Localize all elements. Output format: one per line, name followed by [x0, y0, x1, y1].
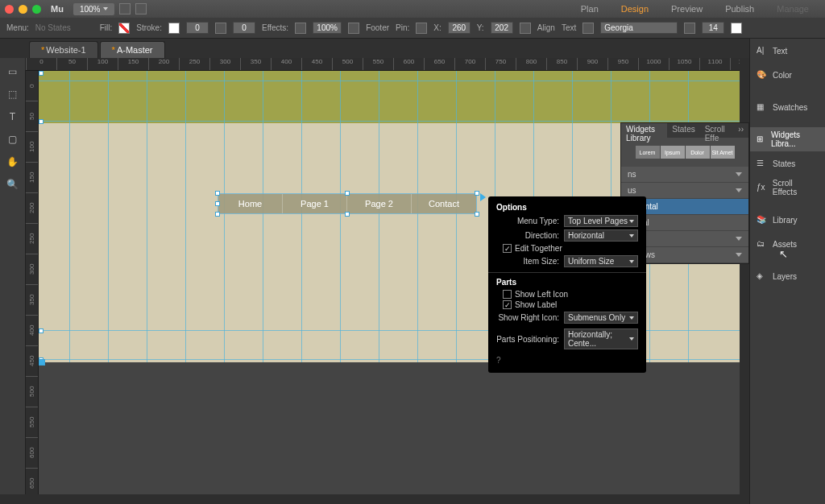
zoom-level[interactable]: 100% — [73, 3, 115, 15]
zoom-tool[interactable]: 🔍 — [4, 176, 22, 193]
panel-scroll-fx[interactable]: ƒxScroll Effects — [750, 176, 825, 200]
show-left-icon-check[interactable]: Show Left Icon — [503, 290, 638, 299]
nav-design[interactable]: Design — [610, 1, 660, 17]
transform-icon[interactable] — [520, 23, 531, 34]
wl-tab-scroll[interactable]: Scroll Effe — [700, 123, 734, 138]
stroke-width[interactable] — [186, 22, 209, 34]
crop-tool[interactable]: ⬚ — [4, 85, 22, 103]
menu-type-select[interactable]: Top Level Pages — [564, 215, 638, 227]
menu-item-contact[interactable]: Contact — [412, 194, 476, 213]
item-size-select[interactable]: Uniform Size — [564, 255, 638, 267]
help-icon[interactable]: ? — [496, 356, 638, 365]
fill-label: Fill: — [100, 23, 113, 32]
panel-widgets-lib[interactable]: ⊞Widgets Libra... — [750, 127, 825, 151]
workspace: ▭ ⬚ T ▢ ✋ 🔍 0501001502002503003504004505… — [0, 58, 749, 494]
x-label: X: — [433, 23, 441, 32]
control-bar: Menu: No States Fill: Stroke: Effects: F… — [0, 18, 825, 39]
flyout-trigger-icon[interactable] — [480, 193, 486, 201]
text-color-swatch[interactable] — [731, 23, 742, 34]
document-tabstrip: Website-1 A-Master — [0, 39, 825, 58]
pin-label: Pin: — [396, 23, 409, 32]
text-label: Text — [562, 23, 576, 32]
canvas[interactable]: Home Page 1 Page 2 Contact Options Menu … — [39, 71, 749, 494]
menu-item-home[interactable]: Home — [218, 194, 283, 213]
panel-color[interactable]: 🎨Color — [750, 63, 825, 87]
effects-icon[interactable] — [295, 23, 306, 34]
parts-pos-select[interactable]: Horizontally; Cente... — [564, 328, 638, 349]
tab-website-1[interactable]: Website-1 — [29, 41, 98, 58]
flyout-heading: Options — [496, 203, 638, 212]
cursor-icon: ↖ — [779, 248, 788, 260]
x-input[interactable] — [448, 22, 471, 34]
zoom-window[interactable] — [32, 5, 41, 14]
menu-type-label: Menu Type: — [496, 217, 559, 225]
selection-tool[interactable]: ▭ — [4, 63, 22, 81]
show-right-icon-label: Show Right Icon: — [496, 313, 559, 322]
font-size-icon — [684, 23, 695, 34]
edit-together-check[interactable]: Edit Together — [503, 244, 638, 253]
stroke-label: Stroke: — [136, 23, 162, 32]
item-size-label: Item Size: — [496, 257, 559, 266]
panel-library[interactable]: 📚Library — [750, 208, 825, 232]
wl-prev-d: Sit Amet — [711, 146, 735, 159]
menu-item-page1[interactable]: Page 1 — [283, 194, 347, 213]
menu-label: Menu: — [6, 23, 29, 32]
font-family[interactable] — [600, 22, 678, 34]
direction-select[interactable]: Horizontal — [564, 229, 638, 242]
effects-label: Effects: — [262, 23, 288, 32]
tools-column: ▭ ⬚ T ▢ ✋ 🔍 — [0, 58, 26, 494]
font-size[interactable] — [702, 22, 724, 34]
fill-swatch[interactable] — [118, 23, 130, 34]
wl-item-ns[interactable]: ns — [621, 167, 748, 183]
tab-a-master[interactable]: A-Master — [100, 41, 165, 58]
text-tool[interactable]: T — [4, 108, 22, 126]
direction-label: Direction: — [496, 231, 559, 240]
align-label[interactable]: Align — [537, 23, 555, 32]
wl-tab-library[interactable]: Widgets Library — [621, 123, 667, 138]
wl-prev-c: Dolor — [686, 146, 710, 159]
nav-plan[interactable]: Plan — [570, 1, 610, 17]
nav-publish[interactable]: Publish — [714, 1, 765, 17]
menu-state[interactable]: No States — [35, 23, 71, 32]
wl-prev-b: Ipsum — [661, 146, 685, 159]
y-label: Y: — [477, 23, 484, 32]
parts-pos-label: Parts Positioning: — [496, 335, 559, 344]
panel-layers[interactable]: ◈Layers — [750, 264, 825, 288]
close-window[interactable] — [5, 5, 14, 14]
undo-icon[interactable] — [119, 3, 131, 14]
redo-icon[interactable] — [135, 3, 147, 14]
show-label-check[interactable]: Show Label — [503, 300, 638, 309]
wl-more-icon[interactable]: ›› — [733, 123, 748, 138]
wl-prev-a: Lorem — [636, 146, 660, 159]
app-logo: Mu — [51, 4, 64, 14]
anchor-icon[interactable] — [348, 23, 359, 34]
panel-text[interactable]: A|Text — [750, 39, 825, 63]
rectangle-tool[interactable]: ▢ — [4, 130, 22, 148]
hand-tool[interactable]: ✋ — [4, 153, 22, 171]
parts-heading: Parts — [496, 278, 638, 287]
corner-radius[interactable] — [233, 22, 255, 34]
panel-states[interactable]: ☰States — [750, 151, 825, 176]
y-input[interactable] — [491, 22, 513, 34]
opacity-input[interactable] — [313, 22, 342, 34]
menu-item-page2[interactable]: Page 2 — [347, 194, 412, 213]
ruler-horizontal[interactable]: 0501001502002503003504004505005506006507… — [26, 58, 749, 71]
scrollbar-horizontal[interactable] — [0, 494, 749, 504]
nav-manage: Manage — [765, 1, 820, 17]
pin-grid[interactable] — [416, 23, 427, 34]
footer-label[interactable]: Footer — [366, 23, 389, 32]
corner-icon[interactable] — [215, 23, 226, 34]
bold-icon[interactable] — [582, 23, 594, 34]
stroke-swatch[interactable] — [168, 23, 180, 34]
minimize-window[interactable] — [19, 5, 27, 14]
panel-column: A|Text 🎨Color ▦Swatches ⊞Widgets Libra..… — [749, 39, 825, 504]
ruler-vertical[interactable]: 0501001502002503003504004505005506006507… — [26, 71, 39, 494]
panel-swatches[interactable]: ▦Swatches — [750, 95, 825, 119]
options-flyout: Options Menu Type:Top Level Pages Direct… — [488, 196, 646, 373]
show-right-icon-select[interactable]: Submenus Only — [564, 312, 638, 324]
nav-preview[interactable]: Preview — [660, 1, 714, 17]
wl-tab-states[interactable]: States — [667, 123, 699, 138]
titlebar: Mu 100% Plan Design Preview Publish Mana… — [0, 0, 825, 18]
menu-widget[interactable]: Home Page 1 Page 2 Contact — [218, 193, 477, 214]
